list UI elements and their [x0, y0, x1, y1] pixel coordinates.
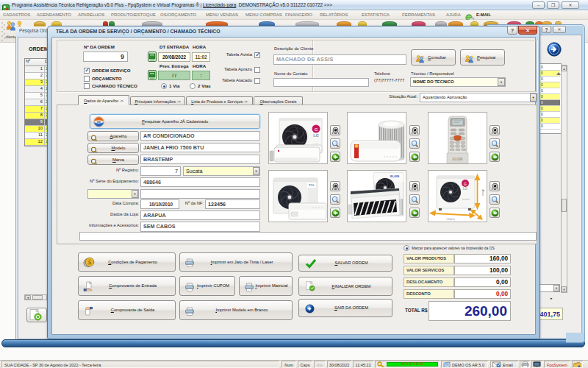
svg-text:TCL: TCL: [309, 183, 315, 187]
svg-text:Largura: Largura: [446, 217, 454, 220]
svg-text:ELGIN: ELGIN: [390, 174, 399, 178]
svg-text:G: G: [464, 182, 467, 186]
svg-text:G: G: [315, 127, 318, 132]
svg-text:LG: LG: [313, 133, 319, 138]
svg-text:ELGIN: ELGIN: [453, 158, 463, 161]
svg-text:S: S: [88, 260, 92, 265]
svg-text:Inverter: Inverter: [462, 198, 470, 201]
svg-text:Altura: Altura: [481, 189, 484, 196]
svg-text:LG: LG: [463, 187, 468, 191]
